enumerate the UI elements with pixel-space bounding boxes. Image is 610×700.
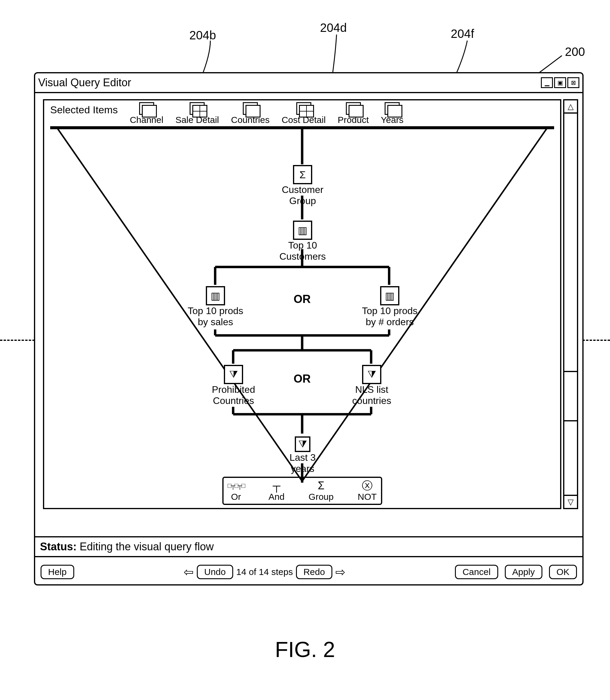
node-label: Top 10 prods <box>362 305 417 317</box>
tool-label: NOT <box>357 492 376 502</box>
scroll-thumb[interactable] <box>564 371 577 421</box>
sigma-icon: Σ <box>318 480 324 492</box>
list-icon: ▥ <box>380 286 399 305</box>
ref-200: 200 <box>565 45 585 59</box>
undo-button[interactable]: Undo <box>197 565 234 579</box>
titlebar: Visual Query Editor ▁ ▣ ⊠ <box>35 73 582 93</box>
and-icon: ┬ <box>273 480 280 492</box>
status-text: Editing the visual query flow <box>80 540 214 553</box>
maximize-button[interactable]: ▣ <box>554 77 566 88</box>
app-window: Visual Query Editor ▁ ▣ ⊠ Selected Items… <box>34 72 583 586</box>
node-label: NLS list <box>355 384 388 395</box>
steps-text: 14 of 14 steps <box>236 567 293 577</box>
scroll-down[interactable]: ▽ <box>564 495 577 508</box>
page: 204b 204d 204f 204a 204c 204e 200 <box>0 0 610 700</box>
tool-and[interactable]: ┬ And <box>268 480 284 502</box>
node-label: Top 10 Customers <box>267 240 339 262</box>
status-label: Status: <box>40 540 77 553</box>
undo-redo-group: ⇦ Undo 14 of 14 steps Redo ⇨ <box>80 565 450 579</box>
help-button[interactable]: Help <box>41 565 74 579</box>
or-icon: □┬□┬□ <box>227 480 244 492</box>
ref-204f: 204f <box>451 27 474 41</box>
node-top10-prods-orders[interactable]: ▥ Top 10 prods by # orders <box>360 286 420 328</box>
tool-or[interactable]: □┬□┬□ Or <box>227 480 244 502</box>
node-label: Top 10 prods <box>188 305 243 317</box>
node-label: Prohibited <box>212 384 255 395</box>
funnel-icon: ⧩ <box>224 365 243 384</box>
minimize-button[interactable]: ▁ <box>541 77 553 88</box>
canvas-wrap: Selected Items Channel Sale Detail Count… <box>35 93 582 515</box>
redo-button[interactable]: Redo <box>296 565 333 579</box>
node-label-2: countries <box>352 395 391 407</box>
node-label-2: by sales <box>198 317 233 328</box>
tool-label: And <box>268 492 284 502</box>
node-label: Last 3 years <box>277 452 328 474</box>
node-label-2: Countries <box>213 395 254 407</box>
not-icon: ⓧ <box>362 480 373 492</box>
cancel-button[interactable]: Cancel <box>455 565 498 579</box>
vertical-scrollbar[interactable]: △ ▽ <box>563 99 578 509</box>
tool-label: Group <box>309 492 334 502</box>
tool-label: Or <box>231 492 241 502</box>
list-icon: ▥ <box>206 286 225 305</box>
redo-arrow-icon[interactable]: ⇨ <box>335 565 346 579</box>
funnel-icon: ⧩ <box>362 365 381 384</box>
node-label-2: by # orders <box>366 317 414 328</box>
figure-label: FIG. 2 <box>0 637 610 662</box>
window-controls: ▁ ▣ ⊠ <box>541 77 579 88</box>
or-label-2: OR <box>293 372 311 385</box>
ref-204d: 204d <box>320 21 347 35</box>
undo-arrow-icon[interactable]: ⇦ <box>183 565 194 579</box>
or-label-1: OR <box>293 293 311 306</box>
list-icon: ▥ <box>293 221 312 240</box>
node-last-3-years[interactable]: ⧩ Last 3 years <box>277 436 328 474</box>
footer-right: Cancel Apply OK <box>455 565 577 579</box>
tool-group[interactable]: Σ Group <box>309 480 334 502</box>
tool-not[interactable]: ⓧ NOT <box>357 480 376 502</box>
footer: Help ⇦ Undo 14 of 14 steps Redo ⇨ Cancel… <box>35 560 582 584</box>
node-nls-countries[interactable]: ⧩ NLS list countries <box>345 365 399 407</box>
window-title: Visual Query Editor <box>38 76 131 89</box>
sigma-icon: Σ <box>293 165 312 184</box>
node-top10-customers[interactable]: ▥ Top 10 Customers <box>267 221 339 262</box>
ok-button[interactable]: OK <box>549 565 577 579</box>
apply-button[interactable]: Apply <box>505 565 542 579</box>
tool-tray: □┬□┬□ Or ┬ And Σ Group ⓧ NOT <box>222 477 382 505</box>
node-customer-group[interactable]: Σ Customer Group <box>280 165 325 206</box>
canvas[interactable]: Selected Items Channel Sale Detail Count… <box>43 99 561 509</box>
node-prohibited-countries[interactable]: ⧩ Prohibited Countries <box>205 365 262 407</box>
node-top10-prods-sales[interactable]: ▥ Top 10 prods by sales <box>186 286 245 328</box>
close-button[interactable]: ⊠ <box>567 77 579 88</box>
funnel-icon: ⧩ <box>295 436 310 452</box>
status-bar: Status: Editing the visual query flow <box>35 536 582 557</box>
node-label: Customer Group <box>280 184 325 206</box>
scroll-up[interactable]: △ <box>564 100 577 114</box>
ref-204b: 204b <box>189 29 216 42</box>
